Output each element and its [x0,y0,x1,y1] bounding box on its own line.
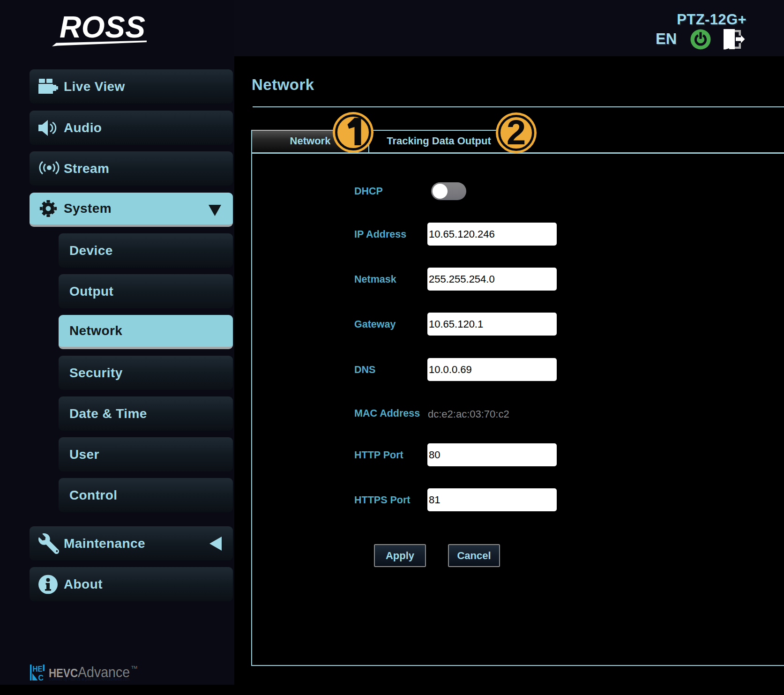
svg-text:C: C [38,674,44,682]
svg-text:HE: HE [33,665,43,673]
svg-text:ROSS: ROSS [60,10,145,44]
svg-text:TM: TM [131,665,137,670]
svg-text:Covered by Patents at patentli: Covered by Patents at patentlist.hevcadv… [49,677,130,681]
